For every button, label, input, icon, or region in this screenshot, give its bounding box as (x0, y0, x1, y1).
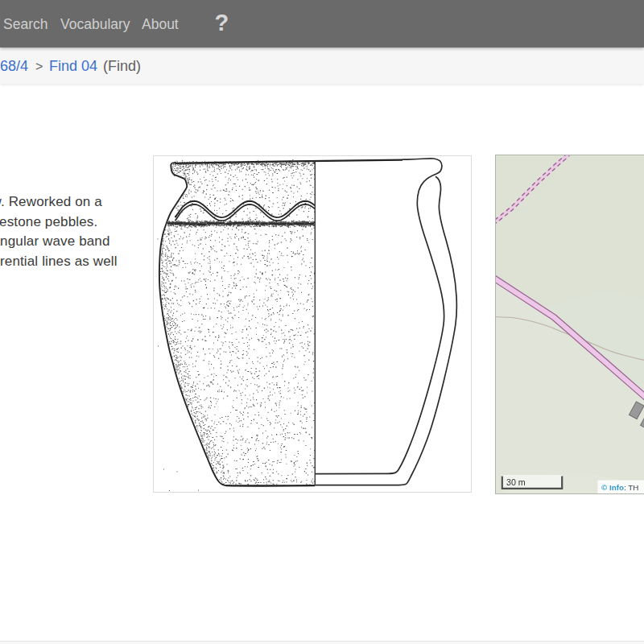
svg-text:© Info: TH: © Info: TH (601, 483, 638, 492)
svg-text:30 m: 30 m (506, 477, 526, 487)
